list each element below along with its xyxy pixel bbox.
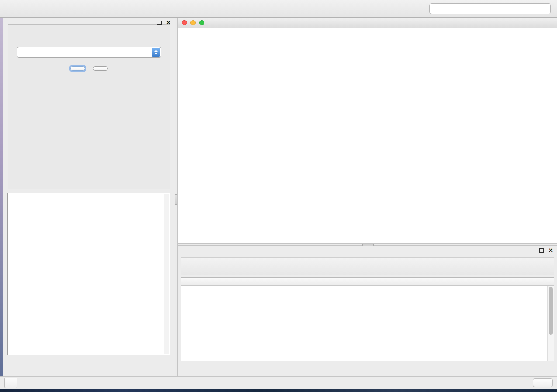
close-panel-button[interactable] xyxy=(93,66,108,71)
float-panel-icon[interactable] xyxy=(157,21,162,25)
close-window-icon[interactable] xyxy=(182,20,187,25)
mcds-tab-content xyxy=(8,24,170,189)
scrollbar-thumb[interactable] xyxy=(549,287,553,335)
desktop-wallpaper-strip xyxy=(0,18,3,376)
vertical-splitter[interactable] xyxy=(175,18,178,376)
search-input[interactable] xyxy=(432,5,548,12)
mcds-list-scrollbar[interactable] xyxy=(164,194,169,354)
table-toolbar xyxy=(181,257,554,275)
memory-status-icon xyxy=(539,380,544,385)
node-table xyxy=(181,277,554,361)
splitter-grip[interactable] xyxy=(175,194,177,205)
float-panel-icon[interactable] xyxy=(539,248,544,253)
run-mcds-button[interactable] xyxy=(70,66,85,71)
application-window: × xyxy=(0,0,557,392)
window-controls xyxy=(182,20,204,25)
criterion-select[interactable] xyxy=(17,47,161,58)
minimize-window-icon[interactable] xyxy=(190,20,196,25)
search-box[interactable] xyxy=(429,3,551,14)
desktop-wallpaper-bottom xyxy=(0,389,557,392)
network-window-titlebar[interactable] xyxy=(178,18,557,28)
table-panel-titlebar: × xyxy=(181,246,554,255)
close-panel-icon[interactable]: × xyxy=(166,21,170,25)
splitter-grip[interactable] xyxy=(362,244,374,246)
maximize-window-icon[interactable] xyxy=(199,20,204,25)
select-stepper-icon xyxy=(152,48,160,57)
table-header-row xyxy=(181,278,554,286)
table-panel: × xyxy=(178,246,557,376)
mcds-result-group xyxy=(7,193,170,355)
main-toolbar xyxy=(0,0,557,18)
network-view-canvas[interactable] xyxy=(178,28,557,243)
network-graph[interactable] xyxy=(178,28,557,243)
memory-button[interactable] xyxy=(533,378,553,387)
task-history-button[interactable] xyxy=(4,378,17,388)
horizontal-splitter[interactable] xyxy=(178,243,557,246)
status-bar xyxy=(0,376,557,389)
control-panel: × xyxy=(3,18,175,376)
close-panel-icon[interactable]: × xyxy=(549,248,553,253)
table-scrollbar[interactable] xyxy=(547,286,554,361)
